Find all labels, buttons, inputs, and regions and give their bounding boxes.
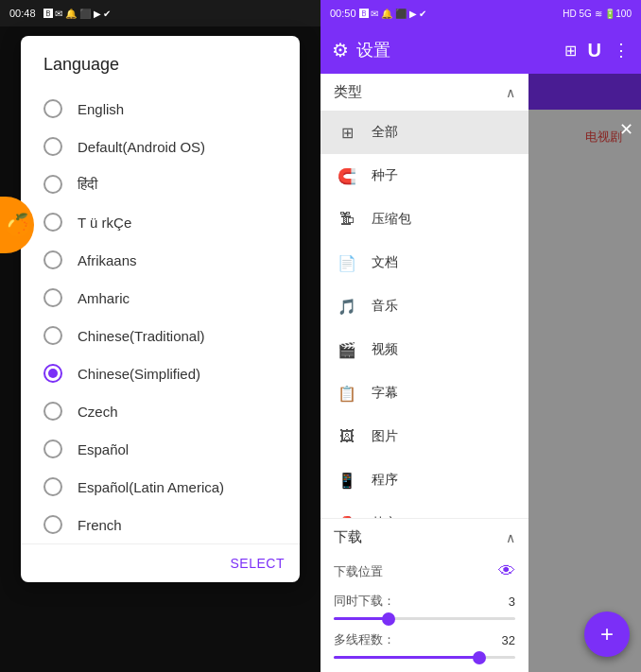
type-item-icon-app: 📱 bbox=[334, 467, 360, 493]
language-item-espanol-latin[interactable]: Español(Latin America) bbox=[21, 468, 300, 506]
type-item-document[interactable]: 📄文档 bbox=[320, 241, 528, 284]
type-item-subtitle[interactable]: 📋字幕 bbox=[320, 371, 528, 415]
language-item-amharic[interactable]: Amharic bbox=[21, 279, 300, 317]
type-item-label-music: 音乐 bbox=[372, 298, 398, 315]
fab-button[interactable]: + bbox=[584, 612, 630, 657]
language-item-default-android[interactable]: Default(Android OS) bbox=[21, 128, 300, 165]
type-item-label-all: 全部 bbox=[372, 124, 398, 141]
type-chevron-up-icon[interactable]: ∧ bbox=[506, 85, 515, 100]
type-item-app[interactable]: 📱程序 bbox=[320, 458, 528, 502]
language-item-chinese-traditional[interactable]: Chinese(Traditional) bbox=[21, 317, 300, 354]
language-item-czech[interactable]: Czech bbox=[21, 392, 300, 430]
type-item-icon-archive: 🗜 bbox=[334, 206, 360, 233]
status-bar-left: 00:48 🅱 ✉ 🔔 ⬛ ▶ ✔ bbox=[0, 0, 320, 26]
left-panel: 00:48 🅱 ✉ 🔔 ⬛ ▶ ✔ 🍊 Language EnglishDefa… bbox=[0, 0, 320, 672]
concurrent-slider-track bbox=[334, 617, 515, 620]
type-item-label-archive: 压缩包 bbox=[372, 211, 411, 228]
grid-icon[interactable]: ⊞ bbox=[564, 42, 577, 60]
eye-icon[interactable]: 👁 bbox=[498, 561, 515, 581]
radio-espanol bbox=[43, 439, 62, 458]
thread-count-row: 多线程数： 32 bbox=[320, 626, 528, 654]
type-item-image[interactable]: 🖼图片 bbox=[320, 415, 528, 458]
thread-slider-thumb[interactable] bbox=[473, 651, 486, 664]
type-items-list: ⊞全部🧲种子🗜压缩包📄文档🎵音乐🎬视频📋字幕🖼图片📱程序❓其它 bbox=[320, 111, 528, 545]
type-item-icon-image: 🖼 bbox=[334, 423, 360, 450]
type-item-video[interactable]: 🎬视频 bbox=[320, 328, 528, 371]
language-label-chinese-simplified: Chinese(Simplified) bbox=[78, 366, 200, 382]
top-bar-actions: ⊞ U ⋮ bbox=[564, 40, 630, 61]
type-item-software[interactable]: 🧲种子 bbox=[320, 154, 528, 198]
language-label-english: English bbox=[78, 101, 124, 117]
radio-french bbox=[43, 515, 62, 534]
more-options-icon[interactable]: ⋮ bbox=[613, 40, 630, 60]
select-button[interactable]: SELECT bbox=[231, 556, 285, 571]
radio-hindi bbox=[43, 175, 62, 194]
language-label-turkce: T ü rkÇe bbox=[78, 215, 131, 231]
type-item-all[interactable]: ⊞全部 bbox=[320, 111, 528, 154]
language-label-czech: Czech bbox=[78, 404, 118, 420]
type-item-music[interactable]: 🎵音乐 bbox=[320, 284, 528, 328]
type-item-icon-video: 🎬 bbox=[334, 336, 360, 363]
language-label-afrikaans: Afrikaans bbox=[78, 252, 137, 268]
download-location-label: 下载位置 bbox=[334, 563, 383, 580]
right-left-icons: 🅱 ✉ 🔔 ⬛ ▶ ✔ bbox=[359, 9, 427, 19]
concurrent-downloads-row: 同时下载： 3 bbox=[320, 587, 528, 615]
language-label-default-android: Default(Android OS) bbox=[78, 139, 205, 155]
language-label-french: French bbox=[78, 517, 122, 533]
type-item-icon-software: 🧲 bbox=[334, 163, 360, 189]
language-item-turkce[interactable]: T ü rkÇe bbox=[21, 203, 300, 241]
radio-amharic bbox=[43, 288, 62, 307]
language-item-english[interactable]: English bbox=[21, 90, 300, 128]
radio-english bbox=[43, 99, 62, 118]
language-item-afrikaans[interactable]: Afrikaans bbox=[21, 241, 300, 279]
u-logo: U bbox=[588, 40, 601, 61]
concurrent-slider-fill bbox=[334, 617, 389, 620]
type-item-icon-music: 🎵 bbox=[334, 293, 360, 319]
concurrent-slider-thumb[interactable] bbox=[382, 612, 395, 626]
type-item-label-document: 文档 bbox=[372, 254, 398, 271]
radio-chinese-traditional bbox=[43, 326, 62, 345]
concurrent-slider-container bbox=[320, 615, 528, 626]
network-icons: HD 5G ≋ 🔋100 bbox=[563, 9, 632, 19]
dialog-title: Language bbox=[21, 55, 300, 90]
status-bar-right: 00:50 🅱 ✉ 🔔 ⬛ ▶ ✔ HD 5G ≋ 🔋100 bbox=[320, 0, 641, 26]
close-dropdown-button[interactable]: ✕ bbox=[615, 115, 637, 144]
status-right-group: HD 5G ≋ 🔋100 bbox=[563, 9, 632, 19]
language-label-amharic: Amharic bbox=[78, 290, 130, 306]
language-label-chinese-traditional: Chinese(Traditional) bbox=[78, 328, 205, 344]
thread-value: 32 bbox=[502, 633, 515, 647]
download-title: 下载 bbox=[334, 528, 362, 546]
right-panel: 00:50 🅱 ✉ 🔔 ⬛ ▶ ✔ HD 5G ≋ 🔋100 ⚙ 设置 ⊞ U … bbox=[320, 0, 641, 672]
language-label-hindi: हिंदी bbox=[78, 176, 97, 193]
time-left: 00:48 bbox=[9, 8, 36, 19]
language-label-espanol: Español bbox=[78, 441, 129, 457]
download-chevron-up-icon[interactable]: ∧ bbox=[506, 530, 515, 545]
language-item-espanol[interactable]: Español bbox=[21, 430, 300, 468]
type-item-icon-all: ⊞ bbox=[334, 119, 360, 146]
concurrent-label: 同时下载： bbox=[334, 593, 395, 610]
gear-icon: ⚙ bbox=[332, 39, 349, 61]
download-location-row: 下载位置 👁 bbox=[320, 556, 528, 587]
download-section: 下载 ∧ 下载位置 👁 同时下载： 3 多线程数： 32 bbox=[320, 518, 528, 672]
type-item-label-app: 程序 bbox=[372, 472, 398, 489]
radio-chinese-simplified bbox=[43, 364, 62, 383]
radio-default-android bbox=[43, 137, 62, 156]
radio-turkce bbox=[43, 213, 62, 232]
type-section-header: 类型 ∧ bbox=[320, 74, 528, 111]
type-item-archive[interactable]: 🗜压缩包 bbox=[320, 198, 528, 241]
language-item-chinese-simplified[interactable]: Chinese(Simplified) bbox=[21, 354, 300, 392]
type-section-title: 类型 bbox=[334, 83, 362, 101]
language-list: EnglishDefault(Android OS)हिंदीT ü rkÇeA… bbox=[21, 90, 300, 543]
right-body: 推荐 (0) 计划 电视剧 ✕ 类型 ∧ ⊞全部🧲种子🗜压缩包📄文档🎵音乐🎬视频… bbox=[320, 74, 641, 672]
radio-espanol-latin bbox=[43, 477, 62, 496]
language-item-french[interactable]: French bbox=[21, 506, 300, 543]
thread-slider-fill bbox=[334, 656, 479, 659]
type-item-label-subtitle: 字幕 bbox=[372, 385, 398, 402]
dialog-footer: SELECT bbox=[21, 543, 300, 582]
type-item-label-software: 种子 bbox=[372, 167, 398, 184]
language-item-hindi[interactable]: हिंदी bbox=[21, 165, 300, 203]
fab-plus-icon: + bbox=[600, 621, 614, 647]
type-item-icon-subtitle: 📋 bbox=[334, 380, 360, 406]
top-bar-title: 设置 bbox=[356, 39, 564, 61]
left-status-icons: 🅱 ✉ 🔔 ⬛ ▶ ✔ bbox=[43, 9, 112, 19]
